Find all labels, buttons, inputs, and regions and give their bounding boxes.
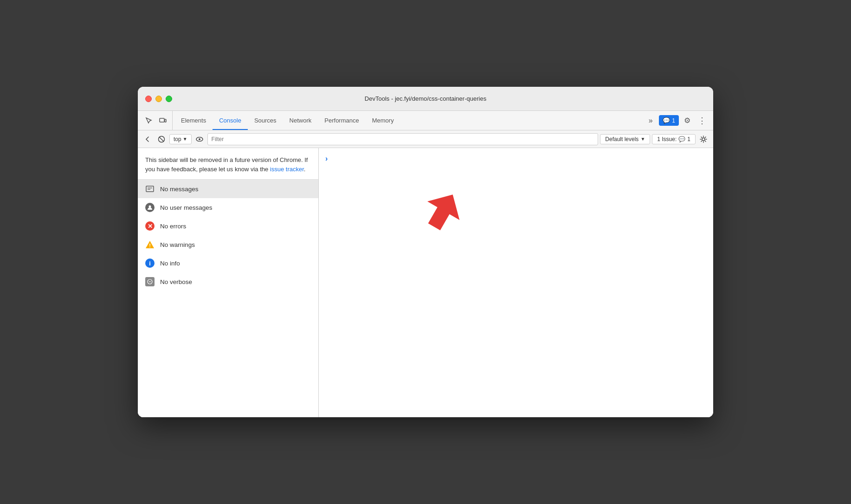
tab-memory[interactable]: Memory: [366, 111, 400, 130]
settings-icon[interactable]: ⚙: [681, 114, 694, 127]
traffic-lights: [145, 96, 172, 102]
issue-tracker-link[interactable]: issue tracker: [270, 166, 304, 173]
svg-line-3: [159, 137, 164, 142]
window-title: DevTools - jec.fyi/demo/css-container-qu…: [365, 95, 486, 102]
tab-elements[interactable]: Elements: [174, 111, 213, 130]
dropdown-arrow-icon: ▼: [640, 136, 645, 142]
devtools-window: DevTools - jec.fyi/demo/css-container-qu…: [138, 87, 713, 417]
user-icon: [145, 203, 155, 212]
svg-marker-15: [418, 185, 467, 232]
maximize-button[interactable]: [166, 96, 172, 102]
sidebar-notice: This sidebar will be removed in a future…: [138, 148, 318, 180]
tab-performance[interactable]: Performance: [318, 111, 365, 130]
svg-point-10: [149, 206, 151, 208]
main-content: This sidebar will be removed in a future…: [138, 148, 713, 417]
issues-button[interactable]: 1 Issue: 💬 1: [652, 134, 696, 144]
tabbar-right-controls: » 💬 1 ⚙ ⋮: [644, 111, 711, 130]
minimize-button[interactable]: [155, 96, 162, 102]
sidebar: This sidebar will be removed in a future…: [138, 148, 319, 417]
console-toolbar: top ▼ Default levels ▼ 1 Issue: 💬 1: [138, 130, 713, 148]
tab-sources[interactable]: Sources: [248, 111, 283, 130]
console-main-panel: ›: [319, 148, 713, 417]
messages-icon: [145, 184, 155, 194]
warning-icon: !: [145, 240, 155, 249]
svg-text:!: !: [149, 243, 151, 248]
svg-rect-1: [165, 119, 166, 122]
filter-input[interactable]: [207, 133, 599, 145]
menu-item-warnings[interactable]: ! No warnings: [138, 235, 318, 254]
error-icon: ✕: [145, 221, 155, 231]
block-icon[interactable]: [155, 133, 168, 145]
console-settings-icon[interactable]: [697, 133, 709, 145]
tabbar: Elements Console Sources Network Perform…: [138, 111, 713, 130]
svg-point-6: [702, 138, 705, 141]
menu-item-verbose[interactable]: No verbose: [138, 272, 318, 291]
device-toolbar-icon[interactable]: [156, 114, 169, 127]
info-icon: i: [145, 258, 155, 268]
svg-point-5: [199, 138, 200, 140]
sidebar-menu: No messages No user messages: [138, 180, 318, 417]
more-tabs-icon[interactable]: »: [644, 114, 657, 127]
svg-rect-0: [160, 118, 164, 122]
verbose-icon: [145, 277, 155, 286]
tabbar-left-controls: [140, 111, 173, 130]
menu-item-user-messages[interactable]: No user messages: [138, 198, 318, 217]
chat-icon: 💬: [663, 117, 670, 124]
issues-badge-button[interactable]: 💬 1: [659, 115, 679, 126]
menu-item-errors[interactable]: ✕ No errors: [138, 217, 318, 235]
default-levels-dropdown[interactable]: Default levels ▼: [600, 134, 650, 144]
eye-icon[interactable]: [193, 133, 206, 145]
close-button[interactable]: [145, 96, 152, 102]
more-options-icon[interactable]: ⋮: [696, 114, 709, 127]
annotation-arrow: [412, 185, 467, 233]
tab-network[interactable]: Network: [283, 111, 318, 130]
svg-rect-7: [146, 186, 154, 192]
menu-item-messages[interactable]: No messages: [138, 180, 318, 198]
inspect-element-icon[interactable]: [142, 114, 155, 127]
titlebar: DevTools - jec.fyi/demo/css-container-qu…: [138, 87, 713, 111]
context-selector[interactable]: top ▼: [169, 134, 192, 144]
tab-console[interactable]: Console: [213, 111, 248, 130]
chat-small-icon: 💬: [678, 136, 685, 142]
dropdown-icon: ▼: [183, 136, 187, 142]
expand-sidebar-icon[interactable]: ›: [325, 155, 328, 163]
menu-item-info[interactable]: i No info: [138, 254, 318, 272]
back-icon[interactable]: [142, 133, 154, 145]
